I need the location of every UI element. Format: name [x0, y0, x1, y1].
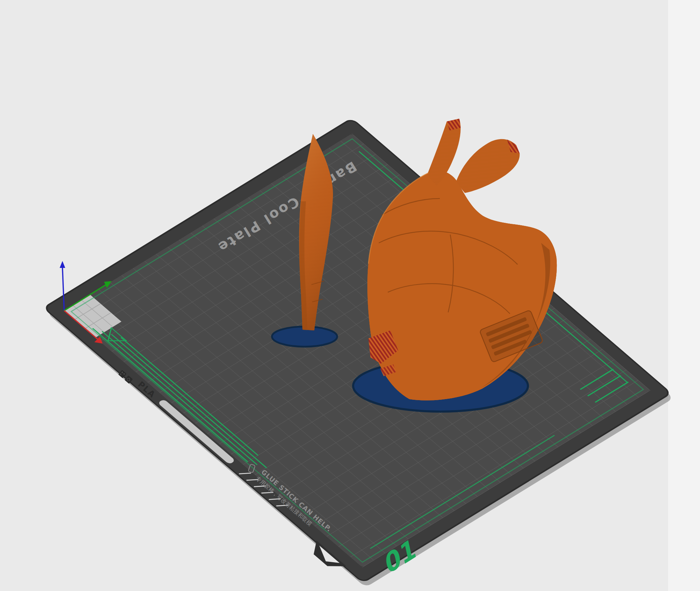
viewport-right-gutter [668, 0, 700, 591]
slicer-3d-viewport[interactable]: Bambu Cool Plate PLA GLUE STICK CAN HELP… [0, 0, 700, 591]
